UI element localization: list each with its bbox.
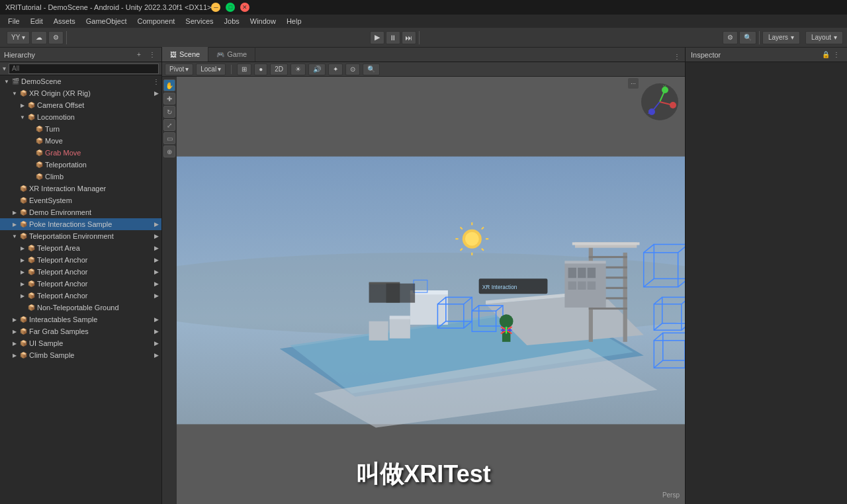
pause-button[interactable]: ⏸: [386, 31, 400, 44]
gameobject-icon: 📦: [19, 89, 28, 98]
local-button[interactable]: Local ▾: [196, 63, 226, 75]
tree-item-move[interactable]: 📦 Move: [0, 135, 161, 147]
hand-tool[interactable]: ✋: [163, 79, 175, 91]
menu-services[interactable]: Services: [180, 16, 218, 26]
account-button[interactable]: YY ▾: [7, 31, 30, 44]
expand-icon: ▶: [19, 101, 26, 109]
expand-icon: [26, 173, 34, 181]
collab-button[interactable]: ⚙: [723, 31, 738, 44]
layout-button[interactable]: Layout ▾: [805, 31, 843, 44]
tree-item-teleportanchor1[interactable]: ▶ 📦 Teleport Anchor ▶: [0, 254, 161, 266]
prefab-icon: 📦: [19, 220, 28, 229]
minimize-button[interactable]: ─: [211, 3, 220, 12]
search-button[interactable]: 🔍: [739, 31, 756, 44]
tree-item-climbsample[interactable]: ▶ 📦 Climb Sample ▶: [0, 349, 161, 361]
tree-item-teleportarea[interactable]: ▶ 📦 Teleport Area ▶: [0, 242, 161, 254]
game-tab-icon: 🎮: [216, 51, 224, 58]
menu-window[interactable]: Window: [245, 16, 281, 26]
hierarchy-search-input[interactable]: [9, 63, 159, 74]
tree-item-locomotion[interactable]: ▼ 📦 Locomotion: [0, 111, 161, 123]
tree-label: Climb: [45, 173, 64, 181]
svg-point-50: [500, 314, 513, 328]
scene-icon: 🎬: [11, 77, 20, 86]
expand-icon: ▶: [19, 256, 26, 264]
rotate-tool[interactable]: ↻: [163, 106, 175, 118]
menu-assets[interactable]: Assets: [48, 16, 81, 26]
pivot-button[interactable]: Pivot ▾: [165, 63, 193, 75]
tree-label: DemoScene: [21, 77, 62, 85]
tree-item-xrmanager[interactable]: 📦 XR Interaction Manager: [0, 183, 161, 194]
tab-scene[interactable]: 🖼 Scene: [162, 47, 208, 62]
scene-viewport[interactable]: ✋ ✚ ↻ ⤢ ▭ ⊕: [162, 77, 685, 504]
play-button[interactable]: ▶: [370, 31, 384, 44]
tree-item-cameraoffset[interactable]: ▶ 📦 Camera Offset: [0, 99, 161, 111]
view2d-button[interactable]: 2D: [270, 63, 288, 75]
hierarchy-add-icon[interactable]: +: [134, 50, 144, 60]
step-button[interactable]: ⏭: [402, 31, 416, 44]
tree-item-teleportation[interactable]: 📦 Teleportation: [0, 159, 161, 171]
menu-jobs[interactable]: Jobs: [219, 16, 245, 26]
tree-item-teleportanchor4[interactable]: ▶ 📦 Teleport Anchor ▶: [0, 290, 161, 302]
shading-button[interactable]: ●: [254, 63, 267, 75]
move-tool[interactable]: ✚: [163, 93, 175, 105]
svg-text:X: X: [671, 103, 674, 108]
title-text: XRITutorial - DemoScene - Android - Unit…: [5, 3, 211, 11]
menu-help[interactable]: Help: [281, 16, 307, 26]
menu-edit[interactable]: Edit: [25, 16, 48, 26]
svg-rect-7: [623, 253, 627, 342]
tree-item-climb[interactable]: 📦 Climb: [0, 171, 161, 183]
menu-gameobject[interactable]: GameObject: [81, 16, 132, 26]
tree-item-menu[interactable]: ⋮: [151, 76, 161, 87]
expand-icon: ▶: [11, 327, 19, 335]
search-scene-button[interactable]: 🔍: [363, 63, 380, 75]
pivot-label: Pivot: [169, 65, 184, 73]
tab-game[interactable]: 🎮 Game: [208, 47, 255, 62]
grid-button[interactable]: ⊞: [237, 63, 251, 75]
gizmos-button[interactable]: ⊙: [345, 63, 360, 75]
tree-item-grabmove[interactable]: 📦 Grab Move: [0, 147, 161, 159]
fx-button[interactable]: ✦: [328, 63, 343, 75]
rect-tool[interactable]: ▭: [163, 132, 175, 144]
tree-item-interactables[interactable]: ▶ 📦 Interactables Sample ▶: [0, 314, 161, 325]
scale-tool[interactable]: ⤢: [163, 119, 175, 131]
expand-icon: [26, 137, 34, 145]
menu-file[interactable]: File: [3, 16, 25, 26]
tree-item-demoscene[interactable]: ▼ 🎬 DemoScene ⋮: [0, 75, 161, 87]
inspector-lock-icon[interactable]: 🔒: [821, 50, 831, 60]
tree-item-teleportanchor2[interactable]: ▶ 📦 Teleport Anchor ▶: [0, 266, 161, 278]
inspector-menu-icon[interactable]: ⋮: [831, 50, 842, 60]
svg-rect-15: [572, 242, 640, 245]
tree-item-teleportenv[interactable]: ▼ 📦 Teleportation Environment ▶: [0, 230, 161, 242]
tree-item-teleportanchor3[interactable]: ▶ 📦 Teleport Anchor ▶: [0, 278, 161, 290]
expand-icon: [11, 185, 19, 192]
tree-label: Teleport Anchor: [37, 280, 87, 288]
tree-item-poke[interactable]: ▶ 📦 Poke Interactions Sample ▶: [0, 218, 161, 230]
tree-item-xrorigin[interactable]: ▼ 📦 XR Origin (XR Rig) ▶: [0, 87, 161, 99]
close-button[interactable]: ✕: [240, 3, 249, 12]
tree-item-nonteleportable[interactable]: 📦 Non-Teleportable Ground: [0, 302, 161, 314]
scene-menu-icon[interactable]: ⋯: [628, 78, 639, 89]
svg-rect-72: [578, 268, 586, 278]
lighting-button[interactable]: ☀: [290, 63, 306, 75]
settings-icon-button[interactable]: ⚙: [48, 31, 64, 44]
tree-label: XR Interaction Manager: [29, 185, 106, 192]
audio-button[interactable]: 🔊: [308, 63, 326, 75]
tree-item-uisample[interactable]: ▶ 📦 UI Sample ▶: [0, 337, 161, 349]
transform-tool[interactable]: ⊕: [163, 146, 175, 157]
tree-label: Climb Sample: [29, 351, 74, 359]
gameobject-icon: 📦: [34, 136, 44, 146]
tree-item-demoenvironment[interactable]: ▶ 📦 Demo Environment: [0, 206, 161, 218]
cloud-button[interactable]: ☁: [31, 31, 47, 44]
layers-button[interactable]: Layers ▾: [762, 31, 800, 44]
tree-label: Locomotion: [37, 113, 75, 121]
gameobject-icon: 📦: [19, 196, 28, 205]
tree-item-fargrab[interactable]: ▶ 📦 Far Grab Samples ▶: [0, 325, 161, 337]
scene-panel-menu[interactable]: ⋮: [672, 51, 682, 62]
tree-item-turn[interactable]: 📦 Turn: [0, 123, 161, 135]
hierarchy-menu-icon[interactable]: ⋮: [147, 50, 157, 60]
tree-label: XR Origin (XR Rig): [29, 89, 91, 97]
tree-item-eventsystem[interactable]: 📦 EventSystem: [0, 194, 161, 206]
menu-component[interactable]: Component: [132, 16, 180, 26]
navigation-gizmo[interactable]: Y X Z: [640, 82, 680, 122]
maximize-button[interactable]: □: [226, 3, 235, 12]
